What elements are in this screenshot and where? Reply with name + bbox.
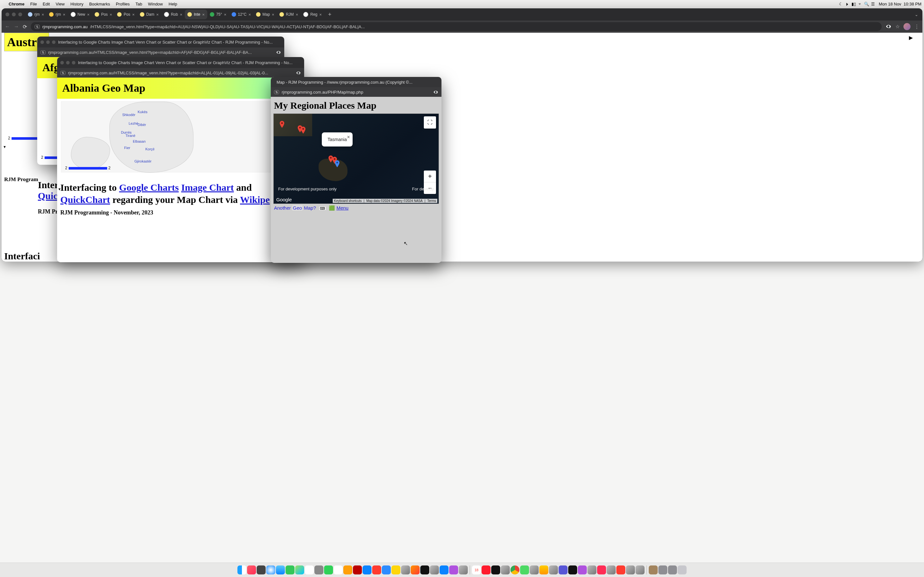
albania-map: Shkodër Kukës Lezhë Dibër Durrës Tiranë …	[61, 101, 300, 172]
map-links: Another Geo Map? ⌨︎ 🟩 Menu	[271, 204, 441, 212]
terms-link[interactable]: Terms	[427, 199, 436, 203]
map-heading: My Regional Places Map	[274, 100, 438, 111]
geo-title: Albania Geo Map 📝	[57, 77, 304, 99]
site-info-icon[interactable]: ⇅	[40, 50, 45, 55]
site-info-icon[interactable]: ⇅	[35, 25, 40, 29]
eye-off-icon[interactable]: 👁‍🗨	[296, 71, 301, 75]
svg-point-0	[281, 122, 283, 124]
close-icon[interactable]: ×	[202, 12, 205, 17]
map-attribution: Keyboard shortcuts | Map data ©2024 Imag…	[333, 199, 437, 203]
tab-1[interactable]: rjm×	[47, 10, 68, 19]
tab-11[interactable]: RJM×	[277, 10, 300, 19]
menu-link[interactable]: Menu	[336, 205, 349, 211]
link-image-chart[interactable]: Image Chart	[181, 182, 234, 193]
mouse-cursor: ↖	[404, 240, 408, 247]
google-map[interactable]: × Tasmania ⛶ + − For development purpose…	[273, 113, 439, 204]
window-controls[interactable]	[3, 13, 25, 16]
popup-url[interactable]: rjmprogramming.com.au/HTMLCSS/image_venn…	[68, 71, 293, 75]
city-label: Dibër	[137, 123, 146, 127]
keyboard-shortcuts-link[interactable]: Keyboard shortcuts	[334, 199, 362, 203]
popup-url[interactable]: rjmprogramming.com.au/HTMLCSS/image_venn…	[48, 50, 273, 55]
link-google-charts[interactable]: Google Charts	[119, 182, 179, 193]
bg-byline: RJM Program	[4, 176, 38, 183]
bg-heading-2: Inter Quic	[38, 179, 59, 201]
menu-icon[interactable]: 🟩	[329, 205, 335, 211]
reload-button[interactable]: ⟳	[23, 24, 27, 30]
bg-byline-2: RJM Pr	[38, 208, 58, 215]
new-tab-button[interactable]: +	[326, 10, 334, 19]
city-label: Fier	[124, 146, 130, 150]
close-icon[interactable]: ×	[319, 12, 322, 17]
svg-point-5	[336, 162, 338, 163]
tab-6[interactable]: Rob×	[162, 10, 185, 19]
city-label: Korçë	[145, 147, 155, 151]
dev-watermark: For development purposes onlyFor develop	[274, 187, 439, 191]
close-icon[interactable]: ×	[296, 12, 298, 17]
tab-7[interactable]: Inte×	[185, 10, 207, 19]
close-icon[interactable]: ×	[63, 12, 65, 17]
macos-menubar: Chrome File Edit View History Bookmarks …	[0, 0, 446, 8]
fullscreen-button[interactable]: ⛶	[424, 116, 436, 129]
tab-4[interactable]: Pos×	[115, 10, 137, 19]
eye-off-icon[interactable]: 👁‍🗨	[276, 50, 281, 55]
keyboard-icon[interactable]: ⌨︎	[318, 206, 326, 211]
article-headline: Interfacing to Google Charts Image Chart…	[57, 181, 304, 205]
close-icon[interactable]: ×	[110, 12, 112, 17]
disclosure-triangle[interactable]: ▼	[58, 187, 61, 191]
popup-title: Map - RJM Programming - //www.rjmprogram…	[276, 80, 413, 85]
city-label: Elbasan	[133, 139, 145, 143]
address-bar[interactable]: ⇅ rjmprogramming.com.au/HTMLCSS/image_ve…	[31, 22, 446, 31]
site-info-icon[interactable]: ⇅	[274, 90, 279, 94]
popup-url[interactable]: rjmprogramming.com.au/PHP/Map/map.php	[282, 90, 431, 95]
tab-2[interactable]: New×	[68, 10, 92, 19]
map-pin[interactable]	[279, 121, 284, 128]
window-controls[interactable]	[60, 61, 75, 64]
site-info-icon[interactable]: ⇅	[60, 71, 65, 75]
article-byline: RJM Programming - November, 2023	[57, 205, 304, 222]
window-controls[interactable]	[40, 40, 55, 44]
disclosure-triangle[interactable]: ▼	[3, 145, 6, 149]
tab-9[interactable]: 12°C×	[229, 10, 254, 19]
close-icon[interactable]: ×	[224, 12, 226, 17]
menu-help[interactable]: Help	[166, 2, 180, 6]
map-pin-selected[interactable]	[334, 160, 340, 167]
zoom-in-button[interactable]: +	[424, 171, 436, 182]
tab-3[interactable]: Pos×	[92, 10, 115, 19]
back-button: ←	[5, 24, 10, 29]
close-icon[interactable]: ×	[42, 12, 44, 17]
forward-button: →	[14, 24, 19, 29]
tab-12[interactable]: Reg×	[300, 10, 325, 19]
close-icon[interactable]: ×	[156, 12, 159, 17]
link-wikipedia[interactable]: Wikipe	[240, 194, 270, 205]
popup-window-map[interactable]: Map - RJM Programming - //www.rjmprogram…	[271, 77, 441, 263]
menu-profiles[interactable]: Profiles	[113, 2, 132, 6]
another-geo-map-link[interactable]: Another Geo Map?	[274, 205, 316, 211]
menu-tab[interactable]: Tab	[132, 2, 145, 6]
map-pin[interactable]	[300, 127, 306, 134]
close-icon[interactable]: ×	[272, 12, 274, 17]
app-menu[interactable]: Chrome	[6, 2, 27, 6]
eye-off-icon[interactable]: 👁‍🗨	[433, 90, 438, 95]
close-icon[interactable]: ×	[347, 134, 350, 140]
link-quickchart[interactable]: QuickChart	[60, 194, 110, 205]
tab-10[interactable]: Map×	[254, 10, 277, 19]
tab-0[interactable]: rjm×	[25, 10, 47, 19]
city-label: Kukës	[137, 110, 148, 114]
menu-edit[interactable]: Edit	[40, 2, 53, 6]
popup-title: Interfacing to Google Charts Image Chart…	[58, 40, 273, 45]
close-icon[interactable]: ×	[248, 12, 251, 17]
menu-window[interactable]: Window	[145, 2, 166, 6]
close-icon[interactable]: ×	[132, 12, 135, 17]
svg-point-2	[302, 128, 304, 130]
city-label: Tiranë	[126, 134, 136, 137]
menu-bookmarks[interactable]: Bookmarks	[86, 2, 113, 6]
toolbar: ← → ⟳ ⇅ rjmprogramming.com.au/HTMLCSS/im…	[2, 21, 446, 33]
tab-8[interactable]: 75°×	[207, 10, 229, 19]
close-icon[interactable]: ×	[180, 12, 183, 17]
menu-history[interactable]: History	[67, 2, 86, 6]
menu-view[interactable]: View	[53, 2, 67, 6]
close-icon[interactable]: ×	[87, 12, 90, 17]
popup-window-albania[interactable]: Interfacing to Google Charts Image Chart…	[57, 57, 304, 262]
menu-file[interactable]: File	[27, 2, 40, 6]
tab-5[interactable]: Dam×	[137, 10, 162, 19]
